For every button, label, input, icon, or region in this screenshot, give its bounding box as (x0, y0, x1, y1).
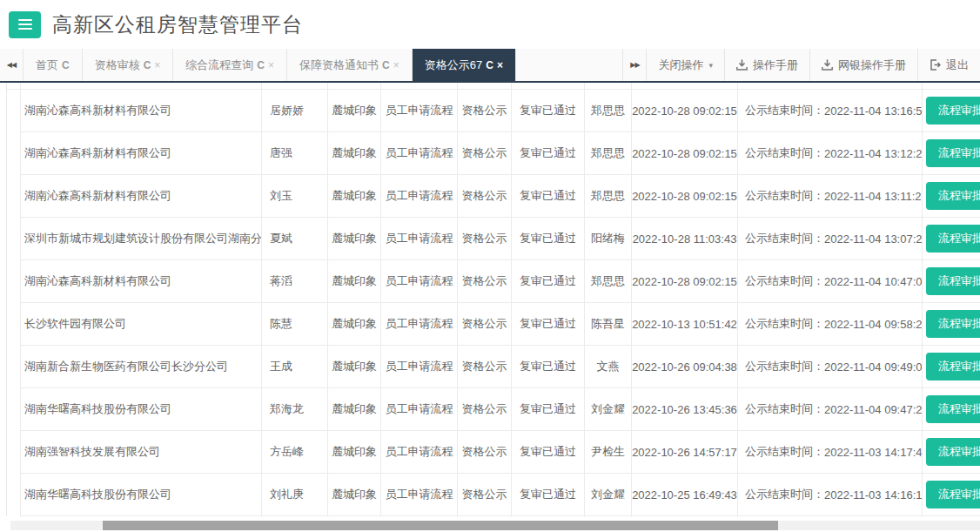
table-row: 深圳市新城市规划建筑设计股份有限公司湖南分公司 夏斌 麓城印象 员工申请流程 资… (7, 218, 980, 260)
horizontal-scrollbar-thumb[interactable] (103, 521, 778, 530)
download-icon (822, 59, 833, 71)
refresh-icon[interactable]: C (144, 59, 151, 71)
process-approval-button[interactable]: 流程审批 (926, 310, 980, 338)
apply-time-cell: 2022-10-28 09:02:15 (632, 175, 738, 218)
close-operations-label: 关闭操作 (658, 57, 703, 73)
app-header: 高新区公租房智慧管理平台 (0, 0, 980, 49)
tab-bar: ◀◀ 首页 C 资格审核 C × 综合流程查询 C × 保障资格通知书 C × … (0, 49, 980, 83)
status-cell: 复审已通过 (512, 431, 585, 474)
process-cell (381, 83, 458, 90)
operation-manual-label: 操作手册 (753, 57, 798, 73)
process-approval-button[interactable]: 流程审批 (926, 438, 980, 466)
reviewer-cell: 刘金耀 (585, 388, 632, 431)
end-time-cell: 公示结束时间：2022-11-04 10:47:01 (738, 260, 923, 303)
process-approval-button[interactable]: 流程审批 (926, 267, 980, 295)
company-cell: 湖南沁森高科新材料有限公司 (21, 132, 262, 175)
reviewer-cell: 阳绪梅 (585, 218, 632, 260)
stage-cell: 资格公示 (458, 90, 512, 132)
table-row: 湖南华曙高科技股份有限公司 郑海龙 麓城印象 员工申请流程 资格公示 复审已通过… (7, 388, 980, 431)
company-cell: 湖南华曙高科技股份有限公司 (21, 388, 262, 431)
refresh-icon[interactable]: C (257, 59, 265, 71)
process-approval-button[interactable]: 流程审批 (926, 97, 980, 125)
refresh-icon[interactable]: C (382, 59, 390, 71)
stage-cell: 资格公示 (458, 175, 512, 218)
process-approval-button[interactable]: 流程审批 (926, 225, 980, 253)
action-cell: 流程审批 (923, 474, 980, 516)
refresh-icon[interactable]: C (486, 59, 493, 71)
table-row: 湖南华曙高科技股份有限公司 刘礼庚 麓城印象 员工申请流程 资格公示 复审已通过… (7, 474, 980, 516)
tab-process-query[interactable]: 综合流程查询 C × (173, 49, 287, 81)
process-cell: 员工申请流程 (381, 132, 458, 175)
end-time-label: 公示结束时间： (745, 359, 824, 374)
tab-qualification-review[interactable]: 资格审核 C × (83, 49, 174, 81)
process-approval-button[interactable]: 流程审批 (926, 139, 980, 167)
process-approval-button[interactable]: 流程审批 (926, 353, 980, 380)
gutter-cell (7, 132, 21, 175)
reviewer-cell: 尹检生 (585, 431, 632, 474)
table-row-partial (7, 83, 980, 90)
apply-time-cell: 2022-10-28 11:03:43 (632, 218, 738, 260)
apply-time-cell: 2022-10-26 09:04:38 (632, 346, 738, 388)
tab-qualification-publicity-active[interactable]: 资格公示67 C × (413, 49, 516, 81)
close-icon[interactable]: × (154, 59, 160, 71)
apply-time-cell: 2022-10-28 09:02:15 (632, 260, 738, 303)
caret-down-icon: ▾ (708, 61, 713, 70)
refresh-icon[interactable]: C (62, 59, 70, 71)
end-time-cell: 公示结束时间：2022-11-03 14:17:45 (738, 431, 923, 474)
tabs-scroll-left-button[interactable]: ◀◀ (0, 49, 23, 81)
stage-cell: 资格公示 (458, 132, 512, 175)
reviewer-cell (585, 83, 632, 90)
status-cell: 复审已通过 (512, 388, 585, 431)
logout-button[interactable]: 退出 (917, 49, 980, 81)
reviewer-cell: 刘金耀 (585, 474, 632, 516)
end-time-cell: 公示结束时间：2022-11-04 13:11:23 (738, 175, 923, 218)
action-cell: 流程审批 (923, 132, 980, 175)
tabs-scroll-right-button[interactable]: ▶▶ (622, 49, 646, 81)
reviewer-cell: 郑思思 (585, 175, 632, 218)
stage-cell: 资格公示 (458, 218, 512, 260)
company-cell: 湖南沁森高科新材料有限公司 (21, 260, 262, 303)
end-time-value: 2022-11-04 13:11:23 (824, 190, 923, 203)
close-icon[interactable]: × (393, 59, 399, 71)
action-cell: 流程审批 (923, 346, 980, 388)
reviewer-cell: 郑思思 (585, 132, 632, 175)
table-row: 湖南强智科技发展有限公司 方岳峰 麓城印象 员工申请流程 资格公示 复审已通过 … (7, 431, 980, 474)
logout-label: 退出 (946, 57, 969, 73)
process-approval-button[interactable]: 流程审批 (926, 481, 980, 508)
stage-cell (458, 83, 512, 90)
operation-manual-download[interactable]: 操作手册 (724, 49, 809, 81)
hamburger-menu-button[interactable] (9, 11, 41, 38)
estate-cell: 麓城印象 (328, 175, 381, 218)
estate-cell (328, 83, 381, 90)
close-operations-dropdown[interactable]: 关闭操作 ▾ (646, 49, 724, 81)
process-approval-button[interactable]: 流程审批 (926, 395, 980, 423)
close-icon[interactable]: × (497, 59, 503, 71)
apply-time-cell: 2022-10-25 16:49:43 (632, 474, 738, 516)
stage-cell: 资格公示 (458, 260, 512, 303)
end-time-cell (738, 83, 923, 90)
stage-cell: 资格公示 (458, 431, 512, 474)
estate-cell: 麓城印象 (328, 346, 381, 388)
tab-home[interactable]: 首页 C (23, 49, 83, 81)
end-time-label: 公示结束时间： (745, 316, 824, 332)
end-time-cell: 公示结束时间：2022-11-04 09:58:27 (738, 303, 923, 346)
tab-guarantee-notice[interactable]: 保障资格通知书 C × (287, 49, 413, 81)
applicant-cell: 方岳峰 (262, 431, 328, 474)
reviewer-cell: 文燕 (585, 346, 632, 388)
gutter-cell (7, 83, 21, 90)
process-cell: 员工申请流程 (381, 431, 458, 474)
applicant-cell: 蒋滔 (262, 260, 328, 303)
double-chevron-left-icon: ◀◀ (7, 61, 16, 69)
close-icon[interactable]: × (268, 59, 274, 71)
table-row: 长沙软件园有限公司 陈慧 麓城印象 员工申请流程 资格公示 复审已通过 陈吾星 … (7, 303, 980, 346)
bank-manual-download[interactable]: 网银操作手册 (809, 49, 917, 81)
logout-icon (930, 59, 941, 71)
company-cell: 深圳市新城市规划建筑设计股份有限公司湖南分公司 (21, 218, 262, 260)
stage-cell: 资格公示 (458, 346, 512, 388)
horizontal-scrollbar-track[interactable] (10, 521, 980, 530)
estate-cell: 麓城印象 (328, 303, 381, 346)
gutter-cell (7, 260, 21, 303)
process-approval-button[interactable]: 流程审批 (926, 182, 980, 210)
end-time-label: 公示结束时间： (745, 444, 824, 460)
table-row: 湖南新合新生物医药有限公司长沙分公司 王成 麓城印象 员工申请流程 资格公示 复… (7, 346, 980, 388)
